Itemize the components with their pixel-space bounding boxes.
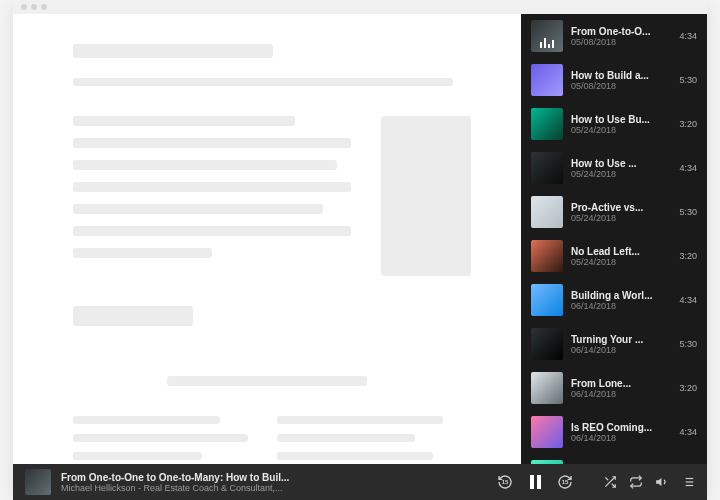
playlist-track[interactable]: From One-to-O...05/08/20184:34 [521,14,707,58]
track-thumbnail [531,196,563,228]
track-meta: From One-to-O...05/08/2018 [571,26,671,47]
skeleton-line [73,434,248,442]
skeleton-line [73,182,351,192]
playlist-track[interactable]: How to Use ...05/24/20184:34 [521,146,707,190]
track-thumbnail [531,108,563,140]
skeleton-line [277,416,443,424]
track-meta: Turning Your ...06/14/2018 [571,334,671,355]
skip-forward-button[interactable]: 15 [557,474,573,490]
traffic-light-close[interactable] [21,4,27,10]
track-meta: Is REO Coming...06/14/2018 [571,422,671,443]
playlist-track[interactable]: Team Retention...06/14/20185:30 [521,454,707,464]
track-date: 05/08/2018 [571,81,671,91]
skip-back-button[interactable]: 15 [497,474,513,490]
queue-button[interactable] [681,475,695,489]
track-date: 06/14/2018 [571,345,671,355]
skeleton-image [381,116,471,276]
skeleton-line [73,160,337,170]
track-duration: 4:34 [679,31,697,41]
secondary-controls [603,475,695,489]
track-duration: 4:34 [679,163,697,173]
shuffle-button[interactable] [603,475,617,489]
player-bar: From One-to-One to One-to-Many: How to B… [13,464,707,500]
main-panel [13,14,521,464]
playlist-track[interactable]: How to Use Bu...05/24/20183:20 [521,102,707,146]
svg-marker-3 [656,478,661,486]
skeleton-line [73,248,212,258]
playlist-track[interactable]: How to Build a...05/08/20185:30 [521,58,707,102]
now-playing-thumbnail[interactable] [25,469,51,495]
playlist-track[interactable]: Is REO Coming...06/14/20184:34 [521,410,707,454]
track-title: How to Build a... [571,70,671,81]
playlist-track[interactable]: No Lead Left...05/24/20183:20 [521,234,707,278]
track-meta: From Lone...06/14/2018 [571,378,671,399]
app-window: From One-to-O...05/08/20184:34How to Bui… [13,0,707,500]
track-thumbnail [531,328,563,360]
skeleton-subheading [73,78,453,86]
track-duration: 5:30 [679,207,697,217]
track-title: No Lead Left... [571,246,671,257]
track-title: From Lone... [571,378,671,389]
track-duration: 4:34 [679,427,697,437]
track-title: Building a Worl... [571,290,671,301]
track-meta: Building a Worl...06/14/2018 [571,290,671,311]
skeleton-button [73,306,193,326]
skeleton-line [277,434,415,442]
track-thumbnail [531,152,563,184]
playlist-panel[interactable]: From One-to-O...05/08/20184:34How to Bui… [521,14,707,464]
track-title: Turning Your ... [571,334,671,345]
track-thumbnail [531,240,563,272]
track-title: How to Use Bu... [571,114,671,125]
playlist-track[interactable]: From Lone...06/14/20183:20 [521,366,707,410]
skeleton-divider [167,376,367,386]
track-date: 05/24/2018 [571,125,671,135]
track-date: 06/14/2018 [571,301,671,311]
track-thumbnail [531,20,563,52]
now-playing-artist: Michael Hellickson - Real Estate Coach &… [61,483,289,493]
playlist-track[interactable]: Building a Worl...06/14/20184:34 [521,278,707,322]
track-thumbnail [531,284,563,316]
track-title: How to Use ... [571,158,671,169]
track-duration: 3:20 [679,119,697,129]
svg-line-2 [605,477,608,480]
track-duration: 4:34 [679,295,697,305]
traffic-light-minimize[interactable] [31,4,37,10]
track-title: Is REO Coming... [571,422,671,433]
track-duration: 5:30 [679,75,697,85]
skeleton-line [73,452,202,460]
track-date: 05/24/2018 [571,169,671,179]
track-title: From One-to-O... [571,26,671,37]
track-thumbnail [531,416,563,448]
track-date: 05/24/2018 [571,213,671,223]
skeleton-heading [73,44,273,58]
track-duration: 3:20 [679,251,697,261]
pause-button[interactable] [527,474,543,490]
traffic-light-zoom[interactable] [41,4,47,10]
track-meta: How to Build a...05/08/2018 [571,70,671,91]
skeleton-line [73,416,220,424]
now-playing-meta: From One-to-One to One-to-Many: How to B… [61,472,289,493]
skeleton-body [73,116,481,276]
skip-back-label: 15 [502,479,509,485]
track-date: 05/08/2018 [571,37,671,47]
playlist-track[interactable]: Pro-Active vs...05/24/20185:30 [521,190,707,234]
track-title: Pro-Active vs... [571,202,671,213]
skip-fwd-label: 15 [562,479,569,485]
now-playing-title: From One-to-One to One-to-Many: How to B… [61,472,289,483]
skeleton-line [73,226,351,236]
titlebar [13,0,707,14]
track-meta: No Lead Left...05/24/2018 [571,246,671,267]
track-thumbnail [531,64,563,96]
track-date: 06/14/2018 [571,389,671,399]
now-playing-indicator-icon [540,38,554,48]
track-date: 05/24/2018 [571,257,671,267]
track-thumbnail [531,372,563,404]
volume-button[interactable] [655,475,669,489]
skeleton-line [73,116,295,126]
repeat-button[interactable] [629,475,643,489]
track-meta: How to Use Bu...05/24/2018 [571,114,671,135]
skeleton-line [73,138,351,148]
playlist-track[interactable]: Turning Your ...06/14/20185:30 [521,322,707,366]
track-date: 06/14/2018 [571,433,671,443]
track-meta: How to Use ...05/24/2018 [571,158,671,179]
